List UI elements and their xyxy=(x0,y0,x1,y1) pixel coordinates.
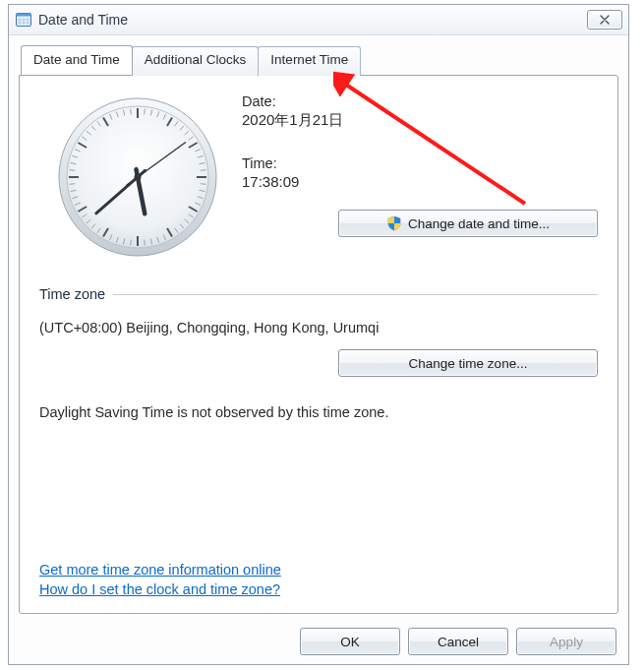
change-timezone-button[interactable]: Change time zone... xyxy=(338,349,598,377)
date-label: Date: xyxy=(242,93,598,109)
dialog-footer: OK Cancel Apply xyxy=(300,628,616,655)
timezone-section-label: Time zone xyxy=(39,286,113,302)
svg-line-11 xyxy=(145,108,146,114)
tab-date-and-time[interactable]: Date and Time xyxy=(21,45,133,75)
button-label: Change date and time... xyxy=(408,216,550,231)
time-label: Time: xyxy=(242,155,598,171)
window-title: Date and Time xyxy=(38,12,587,28)
divider xyxy=(113,294,598,295)
tab-label: Date and Time xyxy=(33,52,120,67)
link-how-to-set-clock[interactable]: How do I set the clock and time zone? xyxy=(39,581,281,597)
tab-additional-clocks[interactable]: Additional Clocks xyxy=(132,46,260,76)
svg-line-56 xyxy=(69,170,75,171)
time-value: 17:38:09 xyxy=(242,173,598,190)
svg-line-24 xyxy=(201,170,206,171)
svg-rect-1 xyxy=(17,14,31,17)
titlebar: Date and Time xyxy=(9,5,628,35)
svg-line-39 xyxy=(145,240,146,246)
tab-panel-date-and-time: Date: 2020年1月21日 Time: 17:38:09 xyxy=(19,75,618,614)
date-value: 2020年1月21日 xyxy=(242,111,598,130)
ok-button[interactable]: OK xyxy=(300,628,400,655)
tab-strip: Date and Time Additional Clocks Internet… xyxy=(21,45,618,75)
apply-button[interactable]: Apply xyxy=(516,628,616,655)
button-label: OK xyxy=(340,635,360,649)
analog-clock xyxy=(39,93,236,261)
svg-line-69 xyxy=(131,108,132,114)
tab-internet-time[interactable]: Internet Time xyxy=(258,46,361,76)
change-date-time-button[interactable]: Change date and time... xyxy=(338,210,598,237)
button-label: Cancel xyxy=(438,635,479,649)
uac-shield-icon xyxy=(386,215,402,231)
svg-line-26 xyxy=(201,184,206,185)
button-label: Apply xyxy=(550,635,583,649)
svg-point-73 xyxy=(135,174,142,181)
help-links: Get more time zone information online Ho… xyxy=(39,558,281,597)
tab-label: Additional Clocks xyxy=(145,52,247,67)
close-button[interactable] xyxy=(587,10,622,30)
button-label: Change time zone... xyxy=(409,356,528,371)
dst-note: Daylight Saving Time is not observed by … xyxy=(39,404,598,420)
cancel-button[interactable]: Cancel xyxy=(408,628,508,655)
dialog-body: Date and Time Additional Clocks Internet… xyxy=(9,35,628,665)
svg-line-41 xyxy=(131,240,132,246)
svg-line-54 xyxy=(69,184,75,185)
tab-label: Internet Time xyxy=(270,52,348,67)
date-time-icon xyxy=(15,11,32,29)
timezone-section-header: Time zone xyxy=(39,286,598,302)
timezone-value: (UTC+08:00) Beijing, Chongqing, Hong Kon… xyxy=(39,320,598,335)
link-more-tz-info[interactable]: Get more time zone information online xyxy=(39,562,281,578)
close-icon xyxy=(598,15,612,25)
date-time-dialog: Date and Time Date and Time Additional C… xyxy=(8,4,629,665)
